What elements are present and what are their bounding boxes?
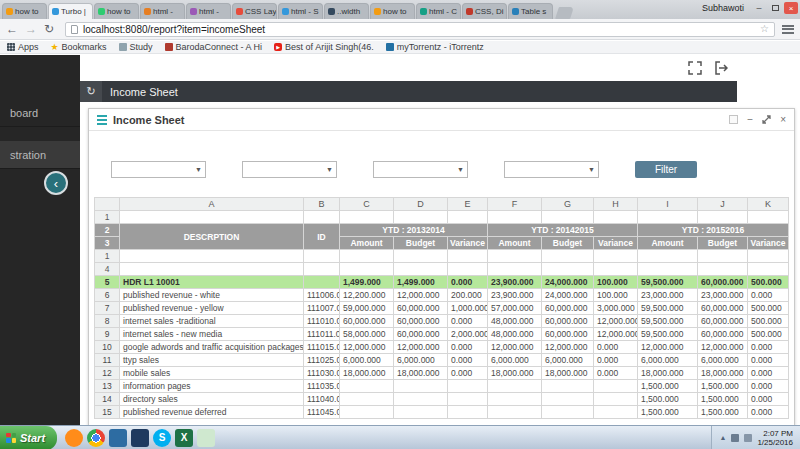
browser-tab[interactable]: CSS Lay [232,3,277,19]
value-cell[interactable]: 18,000.000 [542,367,594,380]
column-header[interactable]: B [304,198,340,211]
value-cell[interactable]: 60,000.000 [698,315,748,328]
bookmark-star-icon[interactable]: ☆ [760,24,769,34]
grid-cell[interactable] [394,263,448,276]
value-cell[interactable]: 100.000 [594,289,638,302]
panel-close-icon[interactable]: × [780,115,786,125]
tray-expand-icon[interactable]: ▲ [719,434,726,441]
column-header[interactable]: G [542,198,594,211]
bookmark-item[interactable]: ▶Best of Arijit Singh(46. [274,42,374,52]
value-cell[interactable]: 0.000 [448,367,488,380]
grid-cell[interactable] [304,263,340,276]
value-cell[interactable] [488,393,542,406]
row-header[interactable]: 3 [95,237,120,250]
value-cell[interactable]: 58,000.000 [340,328,394,341]
value-cell[interactable]: 0.000 [748,367,789,380]
id-cell[interactable]: 111010.0 [304,315,340,328]
corner-cell[interactable] [95,198,120,211]
value-cell[interactable]: 24,000.000 [542,276,594,289]
value-cell[interactable] [594,380,638,393]
value-cell[interactable]: 12,000.000 [340,341,394,354]
value-cell[interactable]: 12,200.000 [340,289,394,302]
grid-cell[interactable] [748,263,789,276]
grid-cell[interactable] [304,250,340,263]
logout-icon[interactable] [714,61,728,75]
value-cell[interactable]: 18,000.000 [394,367,448,380]
value-cell[interactable]: 60,000.000 [340,315,394,328]
row-header[interactable]: 10 [95,341,120,354]
column-header[interactable]: K [748,198,789,211]
value-cell[interactable] [488,380,542,393]
value-cell[interactable] [394,406,448,419]
value-cell[interactable]: 500.000 [748,328,789,341]
value-cell[interactable]: 59,500.000 [638,302,698,315]
column-header[interactable]: H [594,198,638,211]
description-cell[interactable]: mobile sales [120,367,304,380]
browser-tab[interactable]: html - [140,3,185,19]
value-cell[interactable]: 57,000.000 [488,302,542,315]
grid-cell[interactable] [698,263,748,276]
description-cell[interactable]: google adwords and traffic acquisition p… [120,341,304,354]
value-cell[interactable]: 12,000.000 [394,341,448,354]
explorer-icon[interactable] [131,429,149,447]
value-cell[interactable]: 1,499.000 [340,276,394,289]
value-cell[interactable]: 23,000.000 [698,289,748,302]
id-cell[interactable]: 111035.0 [304,380,340,393]
grid-cell[interactable] [488,211,542,224]
value-cell[interactable]: 0.000 [448,354,488,367]
grid-cell[interactable] [120,263,304,276]
value-cell[interactable]: 12,000.000 [594,315,638,328]
tray-network-icon[interactable] [731,434,739,442]
value-cell[interactable]: 0.000 [448,276,488,289]
row-header[interactable]: 12 [95,367,120,380]
row-header[interactable]: 5 [95,276,120,289]
value-cell[interactable] [340,380,394,393]
value-cell[interactable]: 23,900.000 [488,289,542,302]
row-header[interactable]: 15 [95,406,120,419]
description-cell[interactable]: published revenue - yellow [120,302,304,315]
browser-tab[interactable]: ..width [324,3,369,19]
value-cell[interactable]: 24,000.000 [542,289,594,302]
row-header[interactable]: 1 [95,211,120,224]
bookmark-item[interactable]: BarodaConnect - A Hi [165,42,263,52]
grid-cell[interactable] [448,250,488,263]
reload-icon[interactable]: ↻ [44,23,54,35]
value-cell[interactable]: 23,000.000 [638,289,698,302]
value-cell[interactable]: 23,900.000 [488,276,542,289]
value-cell[interactable] [488,406,542,419]
value-cell[interactable]: 6,000.000 [394,354,448,367]
value-cell[interactable]: 6,000.000 [340,354,394,367]
maximize-icon[interactable] [768,2,782,14]
column-header[interactable]: I [638,198,698,211]
value-cell[interactable] [448,393,488,406]
value-cell[interactable]: 500.000 [748,315,789,328]
panel-minimize-icon[interactable]: − [747,115,753,125]
value-cell[interactable]: 2,000.000 [448,328,488,341]
grid-cell[interactable] [748,250,789,263]
value-cell[interactable] [594,393,638,406]
id-cell[interactable]: 111006.0 [304,289,340,302]
id-cell[interactable]: 111025.0 [304,354,340,367]
value-cell[interactable]: 1,500.000 [638,393,698,406]
sidebar-item[interactable]: stration [0,141,80,169]
chrome-menu-icon[interactable] [782,25,794,34]
skype-icon[interactable]: S [153,429,171,447]
column-header[interactable]: F [488,198,542,211]
value-cell[interactable] [394,380,448,393]
description-cell[interactable]: internet sales - new media [120,328,304,341]
tray-volume-icon[interactable] [744,434,752,442]
grid-cell[interactable] [594,250,638,263]
value-cell[interactable]: 60,000.000 [542,302,594,315]
value-cell[interactable] [394,393,448,406]
value-cell[interactable] [542,406,594,419]
description-cell[interactable]: internet sales -traditional [120,315,304,328]
value-cell[interactable]: 1,500.000 [698,393,748,406]
id-cell[interactable]: 111030.0 [304,367,340,380]
grid-cell[interactable] [120,250,304,263]
bookmark-item[interactable]: Study [119,42,153,52]
grid-cell[interactable] [394,250,448,263]
value-cell[interactable]: 0.000 [748,341,789,354]
value-cell[interactable]: 500.000 [748,302,789,315]
value-cell[interactable] [340,393,394,406]
value-cell[interactable]: 18,000.000 [638,367,698,380]
